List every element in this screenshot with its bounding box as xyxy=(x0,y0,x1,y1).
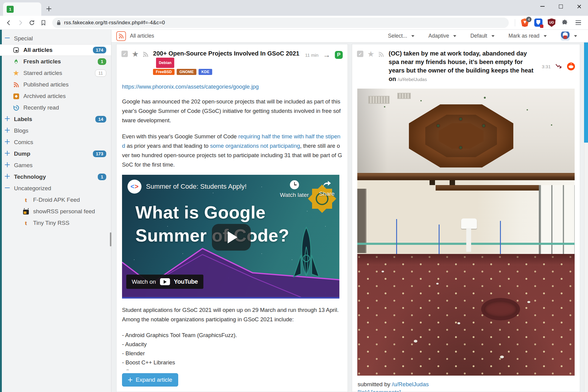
address-bar[interactable]: rss.fakecake.org/tt-rss/index.php#f=-4&c… xyxy=(52,18,509,28)
article-checkbox[interactable]: ✓ xyxy=(121,51,128,57)
feed-fdroid[interactable]: t F-Droid APK Feed xyxy=(0,194,111,206)
published-time: 11 min xyxy=(305,52,318,58)
rss-icon[interactable] xyxy=(143,52,148,57)
extensions-button[interactable] xyxy=(560,18,569,27)
view-mode-dropdown[interactable]: Adaptive xyxy=(428,33,456,39)
star-toggle-icon[interactable]: ★ xyxy=(367,51,374,57)
expand-icon[interactable] xyxy=(5,174,10,180)
youtube-embed[interactable]: <> Summer of Code: Students Apply! Watch… xyxy=(122,175,339,299)
ttrss-favicon: t xyxy=(22,220,29,226)
category-games[interactable]: Games xyxy=(0,160,111,171)
bitwarden-button[interactable] xyxy=(534,18,543,27)
video-title[interactable]: Summer of Code: Students Apply! xyxy=(146,183,246,191)
category-labels[interactable]: Labels 14 xyxy=(0,113,111,125)
star-icon: ★ xyxy=(13,70,19,76)
forward-icon xyxy=(17,19,24,26)
list-item: - Blender xyxy=(122,349,342,358)
dump-badge: 173 xyxy=(93,150,106,157)
ublock-icon: UO xyxy=(548,19,556,27)
brave-shields-button[interactable]: 4 xyxy=(520,18,529,27)
photo-light-dot xyxy=(459,146,462,149)
profile-menu[interactable] xyxy=(561,32,577,41)
maximize-button[interactable] xyxy=(552,0,570,13)
category-comics[interactable]: Comics xyxy=(0,137,111,148)
history-clock-icon xyxy=(13,104,19,111)
watch-later-button[interactable]: Watch later xyxy=(280,180,309,198)
crosspost-arrow-icon[interactable] xyxy=(555,63,563,69)
sidebar-item-all-articles[interactable]: All articles 174 xyxy=(0,44,111,56)
new-tab-button[interactable] xyxy=(44,4,54,14)
feed-tree-sidebar: Special All articles 174 Fresh articles … xyxy=(0,30,111,392)
inline-link[interactable]: some organizations not participating xyxy=(210,143,300,149)
section-special[interactable]: Special xyxy=(0,33,111,44)
play-button[interactable] xyxy=(212,224,251,251)
tag-badge[interactable]: FreeBSD xyxy=(153,69,175,75)
photo-debris xyxy=(457,322,460,324)
expand-icon[interactable] xyxy=(5,116,10,123)
bookmark-icon xyxy=(40,20,46,26)
mark-as-read-dropdown[interactable]: Mark as read xyxy=(508,33,547,39)
minimize-button[interactable] xyxy=(533,0,552,13)
expand-icon[interactable] xyxy=(5,150,10,157)
avatar xyxy=(561,32,570,41)
collapse-icon[interactable] xyxy=(5,35,10,42)
showrss-tv-icon xyxy=(22,208,29,215)
tag-badge[interactable]: KDE xyxy=(199,69,212,75)
ublock-button[interactable]: UO xyxy=(547,18,556,27)
sidebar-item-fresh-articles[interactable]: Fresh articles 1 xyxy=(0,56,111,67)
submitted-line: submitted by /u/RebelJudas xyxy=(352,376,580,388)
bookmark-button[interactable] xyxy=(38,18,49,28)
url-text[interactable]: rss.fakecake.org/tt-rss/index.php#f=-4&c… xyxy=(64,20,165,26)
expand-icon[interactable] xyxy=(5,127,10,134)
article-title[interactable]: (OC) taken by me at work today, abandone… xyxy=(389,49,538,84)
sidebar-item-starred-articles[interactable]: ★ Starred articles 11 xyxy=(0,67,111,79)
photo-vent xyxy=(397,93,411,99)
author-link[interactable]: /u/RebelJudas xyxy=(392,381,429,387)
share-button[interactable]: Share xyxy=(319,180,335,198)
article-header: ✓ ★ 200+ Open-Source Projects Involved I… xyxy=(117,44,348,76)
sort-order-dropdown[interactable]: Default xyxy=(470,33,494,39)
scrollbar-track[interactable] xyxy=(584,42,588,392)
feed-badge[interactable]: Debian xyxy=(156,58,174,68)
back-button[interactable] xyxy=(4,18,14,28)
forward-button[interactable] xyxy=(15,18,25,28)
article-title[interactable]: 200+ Open-Source Projects Involved In GS… xyxy=(153,49,301,68)
expand-icon[interactable] xyxy=(5,139,10,146)
expand-article-button[interactable]: Expand article xyxy=(122,373,178,387)
sidebar-item-published-articles[interactable]: Published articles xyxy=(0,79,111,90)
reddit-footer-links[interactable]: [link] [comments] xyxy=(352,388,580,392)
close-button[interactable] xyxy=(570,0,588,13)
feed-tinytinyrss[interactable]: t Tiny Tiny RSS xyxy=(0,217,111,229)
paragraph: Student applications for GSoC 2021 will … xyxy=(122,305,342,324)
sidebar-item-archived-articles[interactable]: Archived articles xyxy=(0,90,111,102)
article-checkbox[interactable]: ✓ xyxy=(357,51,363,57)
star-toggle-icon[interactable]: ★ xyxy=(132,51,139,57)
sidebar-item-recently-read[interactable]: Recently read xyxy=(0,102,111,113)
open-original-arrow-icon[interactable]: → xyxy=(323,52,330,58)
window-controls xyxy=(533,0,588,13)
channel-avatar[interactable]: <> xyxy=(127,180,141,194)
category-uncategorized[interactable]: Uncategorized xyxy=(0,183,111,194)
article-body: https://www.phoronix.com/assets/categori… xyxy=(117,76,348,387)
article-author[interactable]: /u/RebelJudas xyxy=(398,77,427,82)
reload-button[interactable] xyxy=(27,18,37,28)
rss-icon[interactable] xyxy=(378,52,384,57)
tag-badge[interactable]: GNOME xyxy=(177,69,196,75)
feed-showrss[interactable]: showRSS personal feed xyxy=(0,206,111,217)
expand-icon[interactable] xyxy=(5,162,10,169)
browser-menu-button[interactable] xyxy=(574,18,583,27)
ttrss-app: Special All articles 174 Fresh articles … xyxy=(0,30,588,392)
collapse-icon[interactable] xyxy=(5,185,10,192)
watch-on-youtube-button[interactable]: Watch on YouTube xyxy=(126,275,203,289)
category-blogs[interactable]: Blogs xyxy=(0,125,111,137)
category-dump[interactable]: Dump 173 xyxy=(0,148,111,160)
category-technology[interactable]: Technology 1 xyxy=(0,171,111,183)
phoronix-site-icon[interactable]: P xyxy=(335,51,343,59)
browser-tab[interactable]: 1 xyxy=(3,2,41,16)
article-photo-abandoned-spa[interactable] xyxy=(357,89,575,376)
select-dropdown[interactable]: Select... xyxy=(388,33,414,39)
scrollbar-thumb[interactable] xyxy=(584,42,588,143)
chevron-down-icon xyxy=(453,35,456,37)
article-image-link[interactable]: https://www.phoronix.com/assets/categori… xyxy=(122,83,259,90)
reddit-site-icon[interactable] xyxy=(567,63,575,70)
